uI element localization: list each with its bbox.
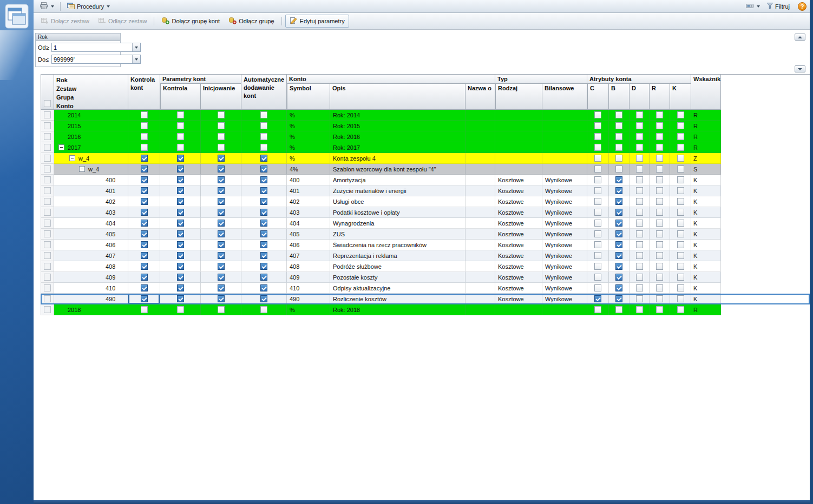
attr-b-checkbox[interactable] (615, 306, 622, 313)
parametry-inicjowanie-checkbox[interactable] (218, 122, 225, 129)
panel-scroll-down-button[interactable] (795, 65, 805, 72)
attr-c-checkbox[interactable] (594, 122, 601, 129)
attr-d-checkbox[interactable] (636, 198, 643, 205)
kontrola-kont-checkbox[interactable] (141, 252, 148, 259)
kontrola-kont-checkbox[interactable] (141, 209, 148, 216)
kontrola-kont-checkbox[interactable] (141, 165, 148, 173)
attr-c-checkbox[interactable] (594, 187, 601, 194)
column-header-automatyczne-dodawanie-kont[interactable]: Automatyczne dodawanie kont (241, 75, 287, 110)
auto-dodawanie-checkbox[interactable] (260, 176, 267, 183)
attr-d-checkbox[interactable] (636, 155, 643, 162)
kontrola-kont-checkbox[interactable] (141, 122, 148, 129)
grid-row-w_4-4[interactable]: w_4%Konta zespołu 4Z (41, 153, 810, 164)
attr-d-checkbox[interactable] (636, 144, 643, 151)
kontrola-kont-checkbox[interactable] (141, 295, 148, 302)
parametry-kontrola-checkbox[interactable] (177, 187, 184, 194)
attr-k-checkbox[interactable] (677, 306, 684, 313)
parametry-inicjowanie-checkbox[interactable] (218, 220, 225, 227)
parametry-kontrola-checkbox[interactable] (177, 176, 184, 183)
row-select-checkbox[interactable] (44, 198, 51, 205)
parametry-inicjowanie-checkbox[interactable] (218, 176, 225, 183)
column-header-attr-k[interactable]: K (670, 84, 691, 110)
collapse-expander-icon[interactable] (79, 166, 85, 172)
attr-c-checkbox[interactable] (594, 209, 601, 216)
row-select-checkbox[interactable] (44, 252, 51, 259)
auto-dodawanie-checkbox[interactable] (260, 284, 267, 291)
kontrola-kont-checkbox[interactable] (141, 155, 148, 162)
attr-d-checkbox[interactable] (636, 274, 643, 281)
attr-k-checkbox[interactable] (677, 263, 684, 270)
auto-dodawanie-checkbox[interactable] (260, 144, 267, 151)
parametry-inicjowanie-checkbox[interactable] (218, 252, 225, 259)
parametry-kontrola-checkbox[interactable] (177, 230, 184, 237)
detach-group-button[interactable]: Odłącz grupę (225, 15, 278, 27)
attr-k-checkbox[interactable] (677, 241, 684, 248)
attr-r-checkbox[interactable] (656, 230, 663, 237)
grid-row-402-8[interactable]: 402402Usługi obceKosztoweWynikoweK (41, 196, 810, 207)
grid-row-405-11[interactable]: 405405ZUSKosztoweWynikoweK (41, 229, 810, 240)
attr-c-checkbox[interactable] (594, 241, 601, 248)
attr-c-checkbox[interactable] (594, 220, 601, 227)
group-title-konto[interactable]: Konto (287, 75, 495, 84)
attr-b-checkbox[interactable] (615, 284, 622, 291)
column-header-wskaznik[interactable]: Wskaźnik (691, 75, 721, 110)
column-header-symbol[interactable]: Symbol (287, 84, 330, 110)
attr-r-checkbox[interactable] (656, 155, 663, 162)
column-header-rodzaj[interactable]: Rodzaj (495, 84, 542, 110)
attr-d-checkbox[interactable] (636, 122, 643, 129)
column-header-kontrola-kont[interactable]: Kontrola kont (128, 75, 160, 110)
attr-r-checkbox[interactable] (656, 220, 663, 227)
attr-d-checkbox[interactable] (636, 220, 643, 227)
grid-row-403-9[interactable]: 403403Podatki kosztowe i opłatyKosztoweW… (41, 207, 810, 218)
kontrola-kont-checkbox[interactable] (141, 230, 148, 237)
kontrola-kont-checkbox[interactable] (141, 263, 148, 270)
to-dropdown-button[interactable] (132, 55, 140, 63)
attr-k-checkbox[interactable] (677, 187, 684, 194)
attr-r-checkbox[interactable] (656, 284, 663, 291)
parametry-inicjowanie-checkbox[interactable] (218, 155, 225, 162)
kontrola-kont-checkbox[interactable] (141, 274, 148, 281)
column-header-nazwa[interactable]: Nazwa o (465, 84, 495, 110)
parametry-kontrola-checkbox[interactable] (177, 274, 184, 281)
auto-dodawanie-checkbox[interactable] (260, 295, 267, 302)
attr-c-checkbox[interactable] (594, 176, 601, 183)
attr-c-checkbox[interactable] (594, 284, 601, 291)
attr-r-checkbox[interactable] (656, 306, 663, 313)
row-select-checkbox[interactable] (44, 133, 51, 140)
parametry-inicjowanie-checkbox[interactable] (218, 165, 225, 173)
attr-d-checkbox[interactable] (636, 133, 643, 140)
collapse-expander-icon[interactable] (69, 155, 75, 161)
auto-dodawanie-checkbox[interactable] (260, 122, 267, 129)
select-all-checkbox[interactable] (44, 100, 51, 107)
help-button[interactable]: ? (798, 2, 807, 11)
parametry-inicjowanie-checkbox[interactable] (218, 284, 225, 291)
attr-r-checkbox[interactable] (656, 274, 663, 281)
attr-k-checkbox[interactable] (677, 155, 684, 162)
grid-row-409-15[interactable]: 409409Pozostałe kosztyKosztoweWynikoweK (41, 272, 810, 283)
grid-row-404-10[interactable]: 404404WynagrodzeniaKosztoweWynikoweK (41, 218, 810, 229)
attr-r-checkbox[interactable] (656, 144, 663, 151)
attr-k-checkbox[interactable] (677, 122, 684, 129)
auto-dodawanie-checkbox[interactable] (260, 111, 267, 118)
print-button[interactable] (37, 1, 57, 12)
attr-b-checkbox[interactable] (615, 198, 622, 205)
attr-b-checkbox[interactable] (615, 220, 622, 227)
attr-c-checkbox[interactable] (594, 274, 601, 281)
parametry-kontrola-checkbox[interactable] (177, 198, 184, 205)
parametry-inicjowanie-checkbox[interactable] (218, 241, 225, 248)
attr-b-checkbox[interactable] (615, 187, 622, 194)
row-select-checkbox[interactable] (44, 209, 51, 216)
attach-account-group-button[interactable]: Dołącz grupę kont (158, 15, 224, 27)
parametry-inicjowanie-checkbox[interactable] (218, 274, 225, 281)
parametry-kontrola-checkbox[interactable] (177, 306, 184, 313)
auto-dodawanie-checkbox[interactable] (260, 133, 267, 140)
attr-c-checkbox[interactable] (594, 133, 601, 140)
parametry-kontrola-checkbox[interactable] (177, 111, 184, 118)
parametry-inicjowanie-checkbox[interactable] (218, 306, 225, 313)
row-select-checkbox[interactable] (44, 230, 51, 237)
grid-row-408-14[interactable]: 408408Podróże służboweKosztoweWynikoweK (41, 261, 810, 272)
attr-c-checkbox[interactable] (594, 252, 601, 259)
attr-r-checkbox[interactable] (656, 263, 663, 270)
attr-k-checkbox[interactable] (677, 165, 684, 173)
grid-row-2018-18[interactable]: 2018%Rok: 2018R (41, 304, 810, 315)
